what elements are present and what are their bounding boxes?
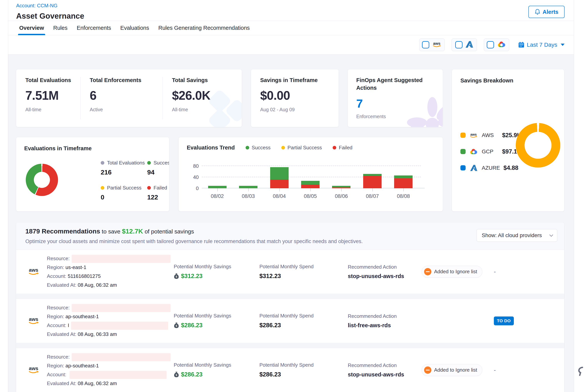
card-title: Savings Breakdown [460,78,564,84]
savings-in-timeframe-card: Savings in Timeframe $0.00 Aug 02 - Aug … [251,69,338,127]
alerts-button[interactable]: Alerts [528,6,564,18]
stat-title: Total Savings [172,77,242,84]
account-breadcrumb-link[interactable]: Account: CCM-NG [16,3,58,9]
resource-details: Resource: Region: us-east-1 Account: 511… [47,254,174,290]
date-range-picker[interactable]: Last 7 Days [518,42,564,48]
stat-sublabel: All-time [25,107,80,112]
filter-provider-aws[interactable]: aws [419,38,445,51]
stat-value: 6 [90,88,162,102]
aws-checkbox[interactable] [422,41,429,48]
recommendations-title: 1879 Recommendations to save $12.7K of p… [25,228,363,235]
card-title: Savings in Timeframe [260,77,338,84]
recommendation-row[interactable]: aws Resource: Region: us-east-1 Account:… [16,250,564,294]
savings-value: $286.23 [181,371,202,378]
minus-circle-icon [424,268,432,275]
filter-provider-gcp[interactable] [484,38,509,51]
svg-text:aws: aws [433,41,440,46]
page-header: Account: CCM-NG Asset Governance Alerts [8,0,574,21]
spend-value: $286.23 [260,371,348,378]
tab-evaluations[interactable]: Evaluations [120,21,149,35]
legend-item-failed: Failed [332,145,352,151]
legend-label: AWS [482,132,499,138]
left-nav-rail[interactable] [0,0,8,392]
recommendations-list: aws Resource: Region: us-east-1 Account:… [16,250,564,392]
alerts-label: Alerts [543,9,558,15]
dropdown-value: Show: All cloud providers [482,232,542,238]
recommendations-subtitle: Optimize your cloud assets and minimize … [25,238,363,244]
aws-logo-icon: aws [469,132,478,138]
clipped-help-icon [577,367,585,378]
legend-item-partial-success: Partial Success0 [101,185,147,201]
tab-rules[interactable]: Rules [53,21,68,35]
svg-text:$: $ [176,374,177,377]
extra-cell: - [494,268,564,275]
evaluations-legend: Total Evaluations216Success94Partial Suc… [101,160,169,201]
azure-checkbox[interactable] [455,41,462,48]
azure-logo-icon [465,41,473,49]
dash-value: - [494,268,496,275]
provider-cell: aws [28,316,47,326]
gcp-color-chip [460,149,466,154]
tab-enforcements[interactable]: Enforcements [77,21,111,35]
bell-icon [534,9,540,15]
recommendations-header: 1879 Recommendations to save $12.7K of p… [16,222,564,250]
gcp-logo-icon [469,148,478,155]
gcp-checkbox[interactable] [487,41,494,48]
recommendation-row[interactable]: aws Resource: Region: ap-southeast-1 Acc… [16,299,564,343]
legend-item-success: Success94 [147,160,169,176]
recommended-action: Recommended Action stop-unused-aws-rds [348,362,422,378]
svg-text:$: $ [176,275,177,278]
recommendation-row[interactable]: aws Resource: Region: ap-southeast-1 Acc… [16,348,564,392]
tab-overview[interactable]: Overview [19,21,44,35]
todo-badge[interactable]: TO DO [494,316,514,325]
added-to-ignore-list-pill[interactable]: Added to Ignore list [422,266,482,278]
action-value: stop-unused-aws-rds [348,273,422,280]
filter-bar: aws Last 7 Days [8,35,574,54]
action-value: list-free-aws-rds [348,322,422,328]
action-value: stop-unused-aws-rds [348,372,422,378]
cloud-provider-filter-dropdown[interactable]: Show: All cloud providers [476,229,557,242]
potential-savings-amount: $12.7K [122,228,143,235]
aws-logo-icon: aws [432,41,442,48]
svg-text:aws: aws [29,316,38,322]
aws-color-chip [460,132,466,138]
tab-rules-generating-recommendations[interactable]: Rules Generating Recommendations [158,21,250,35]
decorative-diamonds [200,88,242,127]
legend-label: AZURE [482,165,500,171]
legend-item-azure: AZURE $4.88 [460,164,564,172]
money-bag-icon: $ [174,372,179,378]
legend-item-success: Success [246,145,270,151]
status-cell: Added to Ignore list [422,266,494,278]
stat-total-savings: Total Savings $26.0K All-time [162,77,242,119]
stat-sublabel: Active [90,107,162,112]
added-to-ignore-list-pill[interactable]: Added to Ignore list [422,364,482,376]
potential-monthly-savings: Potential Monthly Savings $ $286.23 [174,362,260,378]
date-range-label: Last 7 Days [527,42,557,48]
evaluations-in-timeframe-card: Evaluations in Timeframe Total Evaluatio… [16,137,169,211]
stat-value: 7.51M [25,88,80,102]
summary-stats-card: Total Evaluations 7.51M All-time Total E… [16,69,242,127]
stat-total-enforcements: Total Enforcements 6 Active [80,77,162,119]
svg-text:aws: aws [470,132,477,136]
stat-value: $0.00 [260,88,338,102]
aws-logo-icon: aws [28,267,40,277]
azure-logo-icon [469,164,478,172]
evaluations-donut-chart [26,164,58,196]
evaluations-trend-card: Evaluations Trend Success Partial Succes… [179,137,443,211]
minus-circle-icon [424,366,432,374]
azure-color-chip [460,165,466,170]
calendar-icon [518,42,524,48]
aws-logo-icon: aws [28,365,40,375]
tab-bar: Overview Rules Enforcements Evaluations … [8,21,574,35]
savings-breakdown-card: Savings Breakdown aws AWS $25.9K GCP $97… [452,69,564,211]
provider-cell: aws [28,365,47,375]
status-cell: Added to Ignore list [422,364,494,376]
filter-provider-azure[interactable] [452,38,477,51]
dash-value: - [494,367,496,373]
recommendations-count: 1879 Recommendations [25,228,100,235]
right-utility-rail[interactable] [574,0,588,392]
stat-title: Total Enforcements [90,77,162,84]
legend-item-failed: Failed122 [147,185,169,201]
money-bag-icon: $ [174,322,179,328]
svg-text:aws: aws [29,267,38,273]
